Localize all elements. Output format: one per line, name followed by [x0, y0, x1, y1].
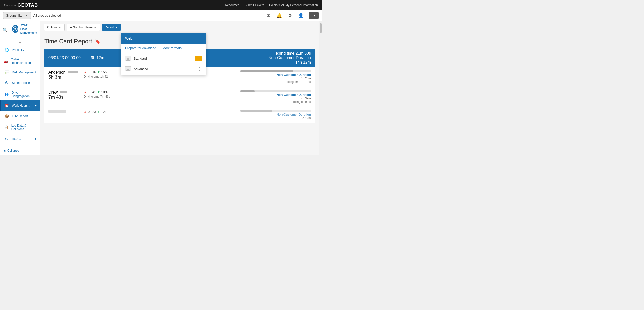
progress-fill-anderson — [240, 70, 293, 72]
sidebar-item-collision[interactable]: 🚗 Collision Reconstruction — [0, 55, 40, 67]
submit-tickets-link[interactable]: Submit Tickets — [245, 3, 264, 7]
search-icon[interactable]: 🔍 — [3, 28, 8, 32]
brand-info: AT&T Fleet Management — [10, 24, 40, 36]
dropdown-item-advanced-left: Advanced — [125, 66, 148, 71]
progress-fill-third — [240, 110, 272, 112]
arrow-up-icon: ▲ — [84, 90, 87, 94]
row-name-third — [48, 110, 78, 113]
brand-name: AT&T Fleet Management — [20, 24, 39, 34]
dropdown-web-item[interactable]: Web — [125, 35, 202, 41]
top-nav-links: Resources Submit Tickets Do Not Sell My … — [225, 3, 318, 7]
non-customer-label-anderson: Non-Customer Duration — [240, 73, 311, 77]
sidebar-label-congregation: Driver Congregation — [12, 91, 37, 98]
speed-icon: ⏱ — [4, 80, 9, 86]
do-not-sell-link[interactable]: Do Not Sell My Personal Information — [269, 3, 318, 7]
progress-bar-drew — [240, 90, 311, 92]
groups-filter-button[interactable]: Groups filter ▼ — [3, 12, 31, 19]
hos-chevron-icon: ▶ — [35, 137, 37, 140]
report-caret-icon: ▲ — [115, 26, 118, 29]
ifta-icon: 📦 — [4, 113, 9, 119]
sidebar-collapse-button[interactable]: ◀ Collapse — [0, 146, 40, 155]
scroll-up-icon[interactable]: ▲ — [19, 40, 22, 43]
bookmark-icon[interactable]: 🔖 — [95, 39, 100, 44]
time-end-drew: 10:49 — [101, 90, 109, 94]
resources-link[interactable]: Resources — [225, 3, 239, 7]
sidebar-search-row: 🔍 AT&T Fleet Management — [0, 21, 40, 39]
time-start-anderson: 10:16 — [88, 70, 96, 74]
driver-name-drew: Drew — [48, 90, 58, 95]
sort-lines-icon: ≡ — [70, 25, 72, 29]
dropdown-tab-prepare[interactable]: Prepare for download — [125, 46, 156, 52]
row-name-anderson: Anderson — [48, 70, 78, 75]
summary-non-customer-value: 14h 12m — [268, 60, 311, 65]
sidebar-scroll-down[interactable]: ▼ — [0, 144, 40, 146]
sort-button[interactable]: ≡ Sort by: Name ▼ — [67, 24, 100, 31]
name-bar-drew — [60, 91, 67, 93]
scroll-thumb[interactable] — [320, 23, 322, 33]
summary-date-range: 06/01/23 00:00:00 — [48, 56, 81, 60]
dropdown-header: Web — [121, 33, 206, 44]
sidebar-item-workhours[interactable]: ⏰ Work Hours... ▶ — [0, 100, 40, 111]
standard-format-icon — [125, 56, 131, 61]
report-label: Report — [105, 26, 114, 29]
content-toolbar: Options ▼ ≡ Sort by: Name ▼ Report ▲ — [40, 21, 319, 34]
row-right-drew: Non-Customer Duration 7h 39m Idling time… — [240, 90, 311, 104]
summary-non-customer-label: Non-Customer Duration — [268, 56, 311, 60]
advanced-item-label: Advanced — [134, 67, 148, 71]
content-area: Options ▼ ≡ Sort by: Name ▼ Report ▲ Tim… — [40, 21, 319, 155]
dropdown-items-list: Standard ⋮ — [121, 52, 206, 75]
sort-caret-icon: ▼ — [94, 26, 97, 29]
report-title: Time Card Report — [44, 38, 92, 45]
driving-time-anderson: Driving time 1h 42m — [84, 75, 240, 78]
three-dots-icon: ⋮ — [196, 56, 201, 61]
user-menu-button[interactable]: ▼ — [309, 12, 319, 19]
summary-idling-label: Idling time 21m 50s — [268, 51, 311, 56]
options-button[interactable]: Options ▼ — [44, 24, 65, 31]
user-icon-button[interactable]: 👤 — [297, 12, 305, 19]
non-customer-value-drew: 7h 39m — [240, 97, 311, 100]
list-item[interactable]: Standard ⋮ — [121, 53, 206, 64]
sidebar-item-congregation[interactable]: 👥 Driver Congregation — [0, 88, 40, 100]
sidebar-item-ifta[interactable]: 📦 IFTA Report — [0, 111, 40, 121]
time-start-third: 08:23 — [88, 110, 96, 114]
risk-icon: 📊 — [4, 70, 9, 75]
advanced-format-icon — [125, 66, 131, 71]
idling-time-drew: Idling time 3s — [240, 100, 311, 104]
sidebar-items-list: ▲ 🌐 Proximity 🚗 Collision Reconstruction… — [0, 39, 40, 146]
right-scrollbar[interactable] — [319, 21, 322, 155]
options-label: Options — [47, 26, 57, 29]
sidebar-item-speed[interactable]: ⏱ Speed Profile — [0, 78, 40, 88]
standard-dots-highlighted[interactable]: ⋮ — [195, 56, 202, 61]
sidebar-label-speed: Speed Profile — [12, 81, 30, 85]
row-right-third: Non-Customer Duration 3h 12m — [240, 110, 311, 120]
sidebar-item-hos[interactable]: ⏲ HOS... ▶ — [0, 134, 40, 144]
dropdown-item-standard-left: Standard — [125, 56, 147, 61]
sidebar-scroll-up[interactable]: ▲ — [0, 39, 40, 45]
sidebar-item-proximity[interactable]: 🌐 Proximity — [0, 45, 40, 55]
sidebar-item-logdata[interactable]: 📋 Log Data & Collisions — [0, 121, 40, 134]
sidebar-label-proximity: Proximity — [12, 48, 24, 52]
options-caret-icon: ▼ — [58, 26, 61, 29]
total-time-anderson: 5h 3m — [48, 75, 68, 80]
sidebar-label-workhours: Work Hours... — [12, 104, 30, 107]
collision-icon: 🚗 — [4, 58, 8, 64]
bell-icon-button[interactable]: 🔔 — [275, 12, 283, 19]
non-customer-value-third: 3h 12m — [240, 116, 311, 120]
brand-logo-icon — [12, 25, 18, 33]
non-customer-value-anderson: 3h 20m — [240, 77, 311, 80]
collapse-label: Collapse — [7, 149, 19, 152]
powered-by-text: Powered by — [4, 4, 16, 7]
advanced-dots-icon[interactable]: ⋮ — [198, 67, 202, 71]
groups-bar: Groups filter ▼ All groups selected ✉ 🔔 … — [0, 10, 322, 21]
dropdown-tab-formats[interactable]: More formats — [162, 46, 182, 52]
sidebar-label-logdata: Log Data & Collisions — [11, 124, 37, 131]
mail-icon-button[interactable]: ✉ — [266, 12, 271, 19]
workhours-icon: ⏰ — [4, 103, 9, 108]
time-range-drew: ▲ 10:41 ▼ 10:49 — [84, 90, 240, 94]
top-navigation: Powered by GEOTAB Resources Submit Ticke… — [0, 0, 322, 10]
sidebar-item-risk[interactable]: 📊 Risk Management — [0, 67, 40, 78]
list-item[interactable]: Advanced ⋮ — [121, 64, 206, 74]
gear-icon-button[interactable]: ⚙ — [287, 12, 293, 19]
time-start-drew: 10:41 — [88, 90, 96, 94]
report-button[interactable]: Report ▲ — [102, 24, 121, 31]
